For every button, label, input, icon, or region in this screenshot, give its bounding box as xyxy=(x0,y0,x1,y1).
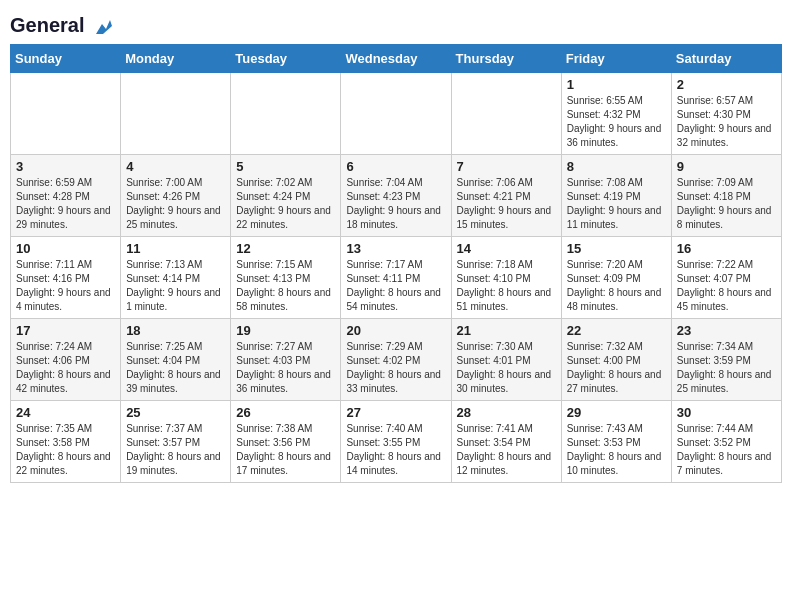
day-info: Sunrise: 7:22 AM Sunset: 4:07 PM Dayligh… xyxy=(677,258,776,314)
calendar-cell: 7Sunrise: 7:06 AM Sunset: 4:21 PM Daylig… xyxy=(451,154,561,236)
calendar-cell xyxy=(451,72,561,154)
calendar-cell: 8Sunrise: 7:08 AM Sunset: 4:19 PM Daylig… xyxy=(561,154,671,236)
calendar-cell xyxy=(341,72,451,154)
calendar-cell: 29Sunrise: 7:43 AM Sunset: 3:53 PM Dayli… xyxy=(561,400,671,482)
day-number: 23 xyxy=(677,323,776,338)
calendar-cell: 16Sunrise: 7:22 AM Sunset: 4:07 PM Dayli… xyxy=(671,236,781,318)
logo-line1: General xyxy=(10,14,114,38)
day-info: Sunrise: 7:08 AM Sunset: 4:19 PM Dayligh… xyxy=(567,176,666,232)
calendar-week-row: 1Sunrise: 6:55 AM Sunset: 4:32 PM Daylig… xyxy=(11,72,782,154)
day-info: Sunrise: 7:30 AM Sunset: 4:01 PM Dayligh… xyxy=(457,340,556,396)
calendar-cell xyxy=(11,72,121,154)
calendar-cell: 17Sunrise: 7:24 AM Sunset: 4:06 PM Dayli… xyxy=(11,318,121,400)
calendar-cell: 23Sunrise: 7:34 AM Sunset: 3:59 PM Dayli… xyxy=(671,318,781,400)
day-number: 8 xyxy=(567,159,666,174)
calendar-cell: 13Sunrise: 7:17 AM Sunset: 4:11 PM Dayli… xyxy=(341,236,451,318)
day-header-saturday: Saturday xyxy=(671,44,781,72)
day-number: 17 xyxy=(16,323,115,338)
calendar-cell: 14Sunrise: 7:18 AM Sunset: 4:10 PM Dayli… xyxy=(451,236,561,318)
calendar-cell: 5Sunrise: 7:02 AM Sunset: 4:24 PM Daylig… xyxy=(231,154,341,236)
day-number: 16 xyxy=(677,241,776,256)
calendar-cell: 12Sunrise: 7:15 AM Sunset: 4:13 PM Dayli… xyxy=(231,236,341,318)
day-info: Sunrise: 7:37 AM Sunset: 3:57 PM Dayligh… xyxy=(126,422,225,478)
day-header-thursday: Thursday xyxy=(451,44,561,72)
calendar-header-row: SundayMondayTuesdayWednesdayThursdayFrid… xyxy=(11,44,782,72)
day-number: 1 xyxy=(567,77,666,92)
day-header-friday: Friday xyxy=(561,44,671,72)
calendar-cell: 2Sunrise: 6:57 AM Sunset: 4:30 PM Daylig… xyxy=(671,72,781,154)
day-number: 26 xyxy=(236,405,335,420)
calendar-week-row: 3Sunrise: 6:59 AM Sunset: 4:28 PM Daylig… xyxy=(11,154,782,236)
calendar-cell: 4Sunrise: 7:00 AM Sunset: 4:26 PM Daylig… xyxy=(121,154,231,236)
calendar-cell: 10Sunrise: 7:11 AM Sunset: 4:16 PM Dayli… xyxy=(11,236,121,318)
svg-marker-0 xyxy=(96,20,112,34)
day-info: Sunrise: 7:04 AM Sunset: 4:23 PM Dayligh… xyxy=(346,176,445,232)
calendar-cell: 21Sunrise: 7:30 AM Sunset: 4:01 PM Dayli… xyxy=(451,318,561,400)
day-info: Sunrise: 7:41 AM Sunset: 3:54 PM Dayligh… xyxy=(457,422,556,478)
day-number: 3 xyxy=(16,159,115,174)
day-number: 15 xyxy=(567,241,666,256)
day-number: 19 xyxy=(236,323,335,338)
calendar-cell: 6Sunrise: 7:04 AM Sunset: 4:23 PM Daylig… xyxy=(341,154,451,236)
calendar-cell: 9Sunrise: 7:09 AM Sunset: 4:18 PM Daylig… xyxy=(671,154,781,236)
day-number: 28 xyxy=(457,405,556,420)
calendar-cell: 3Sunrise: 6:59 AM Sunset: 4:28 PM Daylig… xyxy=(11,154,121,236)
day-number: 4 xyxy=(126,159,225,174)
calendar-week-row: 10Sunrise: 7:11 AM Sunset: 4:16 PM Dayli… xyxy=(11,236,782,318)
calendar-week-row: 17Sunrise: 7:24 AM Sunset: 4:06 PM Dayli… xyxy=(11,318,782,400)
day-info: Sunrise: 7:15 AM Sunset: 4:13 PM Dayligh… xyxy=(236,258,335,314)
day-number: 13 xyxy=(346,241,445,256)
day-info: Sunrise: 7:02 AM Sunset: 4:24 PM Dayligh… xyxy=(236,176,335,232)
day-number: 12 xyxy=(236,241,335,256)
day-number: 14 xyxy=(457,241,556,256)
calendar-cell xyxy=(121,72,231,154)
calendar-cell xyxy=(231,72,341,154)
day-info: Sunrise: 7:06 AM Sunset: 4:21 PM Dayligh… xyxy=(457,176,556,232)
logo-bird-icon xyxy=(92,16,114,38)
calendar-table: SundayMondayTuesdayWednesdayThursdayFrid… xyxy=(10,44,782,483)
day-number: 18 xyxy=(126,323,225,338)
day-number: 22 xyxy=(567,323,666,338)
calendar-cell: 28Sunrise: 7:41 AM Sunset: 3:54 PM Dayli… xyxy=(451,400,561,482)
day-info: Sunrise: 7:17 AM Sunset: 4:11 PM Dayligh… xyxy=(346,258,445,314)
header: General xyxy=(10,10,782,38)
day-info: Sunrise: 7:35 AM Sunset: 3:58 PM Dayligh… xyxy=(16,422,115,478)
calendar-cell: 18Sunrise: 7:25 AM Sunset: 4:04 PM Dayli… xyxy=(121,318,231,400)
day-number: 29 xyxy=(567,405,666,420)
day-info: Sunrise: 7:38 AM Sunset: 3:56 PM Dayligh… xyxy=(236,422,335,478)
day-number: 24 xyxy=(16,405,115,420)
day-info: Sunrise: 7:09 AM Sunset: 4:18 PM Dayligh… xyxy=(677,176,776,232)
day-info: Sunrise: 7:44 AM Sunset: 3:52 PM Dayligh… xyxy=(677,422,776,478)
day-info: Sunrise: 7:43 AM Sunset: 3:53 PM Dayligh… xyxy=(567,422,666,478)
calendar-cell: 24Sunrise: 7:35 AM Sunset: 3:58 PM Dayli… xyxy=(11,400,121,482)
calendar-cell: 30Sunrise: 7:44 AM Sunset: 3:52 PM Dayli… xyxy=(671,400,781,482)
calendar-cell: 27Sunrise: 7:40 AM Sunset: 3:55 PM Dayli… xyxy=(341,400,451,482)
day-number: 25 xyxy=(126,405,225,420)
day-info: Sunrise: 7:11 AM Sunset: 4:16 PM Dayligh… xyxy=(16,258,115,314)
day-number: 27 xyxy=(346,405,445,420)
day-info: Sunrise: 7:34 AM Sunset: 3:59 PM Dayligh… xyxy=(677,340,776,396)
calendar-cell: 26Sunrise: 7:38 AM Sunset: 3:56 PM Dayli… xyxy=(231,400,341,482)
day-header-tuesday: Tuesday xyxy=(231,44,341,72)
day-info: Sunrise: 6:55 AM Sunset: 4:32 PM Dayligh… xyxy=(567,94,666,150)
day-info: Sunrise: 7:32 AM Sunset: 4:00 PM Dayligh… xyxy=(567,340,666,396)
day-number: 7 xyxy=(457,159,556,174)
day-info: Sunrise: 7:25 AM Sunset: 4:04 PM Dayligh… xyxy=(126,340,225,396)
calendar-cell: 22Sunrise: 7:32 AM Sunset: 4:00 PM Dayli… xyxy=(561,318,671,400)
day-info: Sunrise: 7:29 AM Sunset: 4:02 PM Dayligh… xyxy=(346,340,445,396)
calendar-cell: 25Sunrise: 7:37 AM Sunset: 3:57 PM Dayli… xyxy=(121,400,231,482)
day-number: 9 xyxy=(677,159,776,174)
day-header-wednesday: Wednesday xyxy=(341,44,451,72)
day-info: Sunrise: 7:00 AM Sunset: 4:26 PM Dayligh… xyxy=(126,176,225,232)
day-info: Sunrise: 7:20 AM Sunset: 4:09 PM Dayligh… xyxy=(567,258,666,314)
calendar-cell: 11Sunrise: 7:13 AM Sunset: 4:14 PM Dayli… xyxy=(121,236,231,318)
day-number: 20 xyxy=(346,323,445,338)
calendar-cell: 20Sunrise: 7:29 AM Sunset: 4:02 PM Dayli… xyxy=(341,318,451,400)
calendar-week-row: 24Sunrise: 7:35 AM Sunset: 3:58 PM Dayli… xyxy=(11,400,782,482)
day-info: Sunrise: 7:18 AM Sunset: 4:10 PM Dayligh… xyxy=(457,258,556,314)
day-number: 5 xyxy=(236,159,335,174)
day-info: Sunrise: 7:27 AM Sunset: 4:03 PM Dayligh… xyxy=(236,340,335,396)
day-info: Sunrise: 6:59 AM Sunset: 4:28 PM Dayligh… xyxy=(16,176,115,232)
day-info: Sunrise: 7:40 AM Sunset: 3:55 PM Dayligh… xyxy=(346,422,445,478)
day-number: 11 xyxy=(126,241,225,256)
